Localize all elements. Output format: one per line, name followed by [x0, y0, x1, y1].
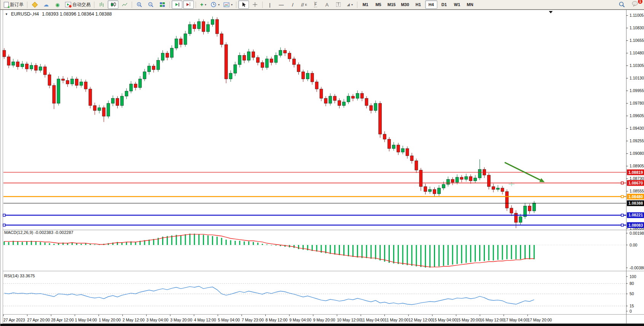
macd-histogram-bar	[416, 245, 417, 266]
hline-drag-handle[interactable]	[621, 224, 623, 226]
macd-indicator-label: MACD(12,26,9) -0.002383 -0.002287	[4, 230, 73, 235]
macd-histogram-bar	[407, 245, 408, 265]
autotrading-button[interactable]: ▶ 自动交易	[64, 0, 92, 9]
macd-histogram-bar	[203, 235, 204, 245]
toolbar-separator	[196, 2, 196, 8]
line-chart-icon	[122, 2, 128, 7]
tile-windows-button[interactable]	[157, 0, 167, 9]
toolbar-separator	[262, 2, 263, 8]
price-axis-tick-label: 1.10830	[630, 25, 644, 30]
text-tool-button[interactable]: A	[322, 0, 332, 9]
macd-histogram-bar	[26, 242, 27, 245]
hline-drag-handle[interactable]	[3, 214, 5, 216]
macd-axis-tick-label: 0.001982	[630, 231, 644, 235]
horizontal-line-tool-button[interactable]: —	[276, 0, 287, 9]
candlestick-mode-button[interactable]	[108, 0, 118, 9]
macd-histogram-bar	[425, 245, 426, 267]
hline-drag-handle[interactable]	[621, 214, 623, 216]
candle	[261, 62, 264, 67]
price-badge-label: 1.08670	[628, 181, 643, 185]
community-cloud-icon: ☁	[43, 2, 49, 7]
candle	[496, 188, 499, 189]
macd-histogram-bar	[248, 242, 249, 245]
macd-histogram-bar	[438, 245, 440, 266]
chart-shift-button[interactable]	[183, 0, 194, 9]
zoom-in-button[interactable]	[134, 0, 145, 9]
templates-button[interactable]: ▾	[222, 0, 234, 9]
price-badge-label: 1.08819	[628, 170, 643, 175]
time-axis-label: 7 May 23:00	[242, 318, 264, 322]
candle	[3, 50, 6, 57]
metaeditor-button[interactable]	[29, 0, 40, 9]
toolbar-separator	[132, 2, 132, 8]
zoom-out-button[interactable]	[145, 0, 156, 9]
timeframe-MN[interactable]: MN	[464, 0, 476, 9]
shapes-tool-button[interactable]: ◢▾	[344, 0, 355, 9]
indicators-caret-icon: ▾	[205, 3, 206, 6]
candle	[238, 55, 241, 65]
macd-histogram-bar	[384, 245, 385, 262]
time-axis-label: 1 May 20:00	[99, 318, 121, 322]
timeframe-M15[interactable]: M15	[385, 0, 398, 9]
chart-canvas[interactable]: 1.110051.108301.106551.104801.103051.101…	[0, 0, 644, 326]
notifications-button[interactable]: 1	[630, 0, 641, 9]
time-axis-label: 2 May 12:00	[123, 318, 145, 322]
macd-histogram-bar	[176, 235, 177, 245]
candle	[293, 59, 296, 65]
price-axis-tick-label: 1.09605	[630, 113, 644, 118]
autotrading-label: 自动交易	[72, 2, 91, 8]
macd-histogram-bar	[207, 235, 209, 245]
signals-button[interactable]: ◉	[52, 0, 63, 9]
text-label-icon: T	[336, 2, 341, 7]
periods-button[interactable]: ▾	[209, 0, 221, 9]
candle	[139, 79, 142, 88]
new-order-button[interactable]: 新订单	[2, 0, 25, 9]
trendline-tool-button[interactable]: /	[287, 0, 298, 9]
macd-histogram-bar	[271, 245, 272, 245]
timeframe-M30[interactable]: M30	[399, 0, 411, 9]
timeframe-W1[interactable]: W1	[451, 0, 463, 9]
price-badge-label: 1.08083	[628, 223, 643, 227]
macd-histogram-bar	[35, 242, 37, 245]
timeframe-group: M1M5M15M30H1H4D1W1MN	[359, 0, 477, 9]
macd-histogram-bar	[45, 243, 46, 245]
macd-histogram-bar	[366, 245, 367, 258]
search-button[interactable]	[617, 0, 627, 9]
macd-histogram-bar	[262, 244, 263, 245]
autotrading-icon: ▶	[65, 2, 71, 7]
timeframe-M1[interactable]: M1	[359, 0, 371, 9]
bar-chart-mode-button[interactable]	[96, 0, 107, 9]
fibonacci-tool-button[interactable]: F	[310, 0, 321, 9]
auto-scroll-button[interactable]	[172, 0, 182, 9]
candle	[112, 98, 115, 103]
macd-histogram-bar	[316, 245, 317, 251]
hline-drag-handle[interactable]	[3, 224, 5, 226]
timeframe-H4[interactable]: H4	[425, 0, 437, 9]
macd-histogram-bar	[484, 245, 485, 261]
text-label-tool-button[interactable]: T	[333, 0, 344, 9]
shapes-caret-icon: ▾	[351, 3, 353, 6]
vertical-line-tool-button[interactable]: |	[265, 0, 275, 9]
indicators-button[interactable]: + ▾	[198, 0, 209, 9]
crosshair-tool-button[interactable]	[250, 0, 260, 9]
chart-background	[0, 10, 644, 326]
candle	[505, 192, 509, 208]
channel-tool-button[interactable]: //E	[299, 0, 309, 9]
community-button[interactable]: ☁	[41, 0, 51, 9]
vertical-line-icon: |	[269, 2, 270, 7]
macd-histogram-bar	[226, 240, 227, 245]
candle	[347, 96, 350, 102]
candle	[12, 62, 15, 65]
chart-dropdown-icon[interactable]: ▼	[5, 13, 8, 16]
candle	[188, 24, 191, 34]
timeframe-D1[interactable]: D1	[438, 0, 450, 9]
timeframe-M5[interactable]: M5	[372, 0, 384, 9]
price-axis-tick-label: 1.09080	[630, 151, 644, 156]
candle	[320, 89, 323, 99]
hline-drag-handle[interactable]	[621, 182, 623, 184]
cursor-tool-button[interactable]	[238, 0, 249, 9]
line-chart-mode-button[interactable]	[119, 0, 130, 9]
hline-drag-handle[interactable]	[621, 196, 623, 198]
timeframe-H1[interactable]: H1	[412, 0, 424, 9]
macd-histogram-bar	[58, 243, 59, 245]
